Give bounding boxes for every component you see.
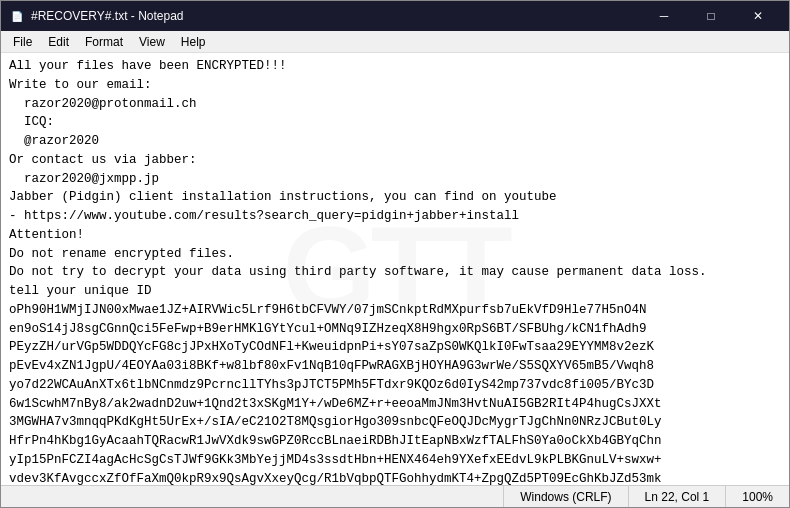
content-area: GTT All your files have been ENCRYPTED!!… <box>1 53 789 485</box>
minimize-button[interactable]: ─ <box>641 1 687 31</box>
notepad-window: 📄 #RECOVERY#.txt - Notepad ─ □ ✕ File Ed… <box>0 0 790 508</box>
maximize-button[interactable]: □ <box>688 1 734 31</box>
status-cursor-position: Ln 22, Col 1 <box>629 486 727 507</box>
status-spacer <box>1 486 504 507</box>
window-title: #RECOVERY#.txt - Notepad <box>31 9 184 23</box>
menu-format[interactable]: Format <box>77 33 131 51</box>
status-line-ending: Windows (CRLF) <box>504 486 628 507</box>
menu-edit[interactable]: Edit <box>40 33 77 51</box>
title-bar: 📄 #RECOVERY#.txt - Notepad ─ □ ✕ <box>1 1 789 31</box>
status-zoom: 100% <box>726 486 789 507</box>
status-bar: Windows (CRLF) Ln 22, Col 1 100% <box>1 485 789 507</box>
close-button[interactable]: ✕ <box>735 1 781 31</box>
menu-help[interactable]: Help <box>173 33 214 51</box>
app-icon: 📄 <box>9 8 25 24</box>
menu-file[interactable]: File <box>5 33 40 51</box>
text-editor[interactable]: All your files have been ENCRYPTED!!! Wr… <box>1 53 789 485</box>
title-controls: ─ □ ✕ <box>641 1 781 31</box>
title-bar-left: 📄 #RECOVERY#.txt - Notepad <box>9 8 184 24</box>
menu-view[interactable]: View <box>131 33 173 51</box>
menu-bar: File Edit Format View Help <box>1 31 789 53</box>
